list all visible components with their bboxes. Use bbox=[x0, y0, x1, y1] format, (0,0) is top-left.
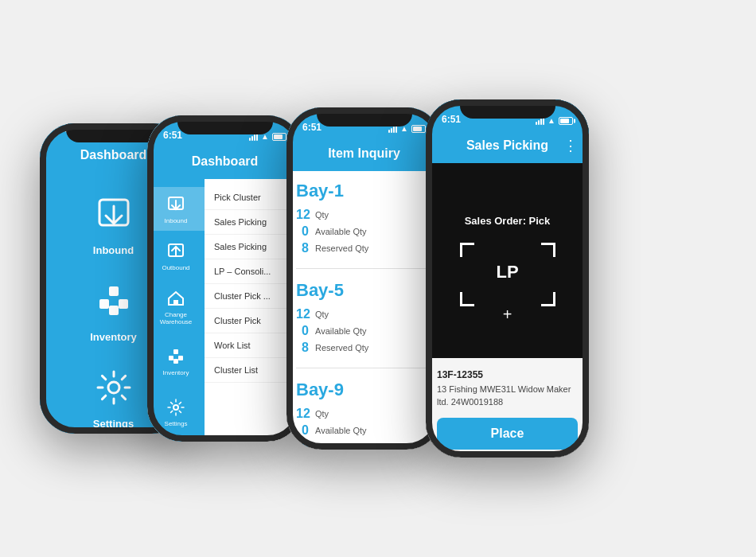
phone-2-header: Dashboard bbox=[147, 144, 302, 179]
inbound-icon bbox=[88, 189, 139, 240]
sidebar-settings-icon bbox=[165, 396, 187, 419]
bay-5-avail: 0 Available Qty bbox=[296, 324, 432, 338]
phone-3-title: Item Inquiry bbox=[328, 146, 400, 161]
svg-rect-9 bbox=[173, 349, 178, 354]
phone-4-header: Sales Picking ⋮ bbox=[426, 128, 589, 163]
phone-2-layout: Inbound Outbound bbox=[147, 179, 302, 442]
svg-rect-3 bbox=[119, 299, 128, 309]
bay-5-qty-num: 12 bbox=[296, 307, 309, 321]
phone-1-title: Dashboard bbox=[80, 148, 147, 162]
bay-9-title: Bay-9 bbox=[296, 380, 432, 400]
bay-1-avail: 0 Available Qty bbox=[296, 224, 432, 239]
bay-1-avail-label: Available Qty bbox=[315, 227, 367, 236]
bay-1-qty: 12 Qty bbox=[296, 208, 432, 222]
bay-divider-2 bbox=[296, 368, 432, 368]
battery-icon-4 bbox=[559, 117, 573, 125]
inventory-svg bbox=[95, 282, 133, 320]
phone-2-screen: 6:51 ▲ Dashboard bbox=[147, 115, 302, 442]
more-options-icon[interactable]: ⋮ bbox=[563, 137, 579, 154]
inventory-icon bbox=[88, 275, 139, 326]
bay-5-qty-label: Qty bbox=[315, 310, 329, 319]
nav-settings[interactable]: Settings bbox=[88, 362, 139, 430]
inbound-sidebar-svg bbox=[166, 195, 185, 214]
settings-icon bbox=[88, 362, 139, 413]
sidebar-warehouse-label: Change Warehouse bbox=[150, 311, 201, 325]
scanner-frame: LP + bbox=[460, 243, 555, 306]
svg-rect-2 bbox=[99, 299, 109, 309]
warehouse-svg bbox=[166, 289, 185, 308]
phones-container: 6:51 ▲ Dashboard bbox=[0, 0, 756, 557]
sidebar-outbound-icon bbox=[165, 240, 187, 263]
phone-2-title: Dashboard bbox=[192, 154, 259, 169]
sidebar-settings[interactable]: Settings bbox=[147, 390, 205, 434]
inquiry-content: Bay-1 12 Qty 0 Available Qty 8 Reserved … bbox=[286, 171, 442, 450]
sidebar-inbound[interactable]: Inbound bbox=[147, 187, 205, 231]
sidebar-inventory[interactable]: Inventory bbox=[147, 339, 205, 383]
bay-9-reserved-num: 8 bbox=[296, 440, 309, 450]
svg-point-13 bbox=[173, 405, 178, 410]
bay-1-qty-label: Qty bbox=[315, 210, 329, 220]
phone-4: 6:51 ▲ Sales Picking ⋮ bbox=[426, 99, 589, 458]
scanner-label: Sales Order: Pick bbox=[465, 215, 551, 227]
inventory-sidebar-svg bbox=[166, 347, 185, 366]
battery-icon-3 bbox=[411, 125, 426, 133]
corner-tl bbox=[460, 243, 474, 257]
svg-point-5 bbox=[108, 382, 119, 393]
phone-4-time: 6:51 bbox=[442, 114, 461, 125]
sidebar-settings-label: Settings bbox=[165, 420, 188, 427]
bay-9-avail-label: Available Qty bbox=[315, 426, 367, 435]
bay-9-qty-num: 12 bbox=[296, 407, 309, 421]
bay-1-title: Bay-1 bbox=[296, 181, 432, 201]
bay-5-qty: 12 Qty bbox=[296, 307, 432, 321]
scanner-lp-text: LP bbox=[496, 263, 518, 283]
sidebar-inventory-icon bbox=[165, 345, 187, 368]
sidebar-warehouse-icon bbox=[165, 287, 187, 310]
phone-3-notch bbox=[317, 107, 412, 127]
phone-4-notch bbox=[460, 99, 555, 119]
corner-br bbox=[541, 292, 555, 306]
bay-9-avail: 0 Available Qty bbox=[296, 423, 432, 438]
phone-4-title: Sales Picking bbox=[466, 138, 548, 153]
phone-2: 6:51 ▲ Dashboard bbox=[147, 115, 302, 442]
bay-1-reserved-label: Reserved Qty bbox=[315, 243, 368, 253]
bay-1-reserved: 8 Reserved Qty bbox=[296, 241, 432, 255]
bay-9-qty: 12 Qty bbox=[296, 407, 432, 421]
bay-5-reserved: 8 Reserved Qty bbox=[296, 341, 432, 355]
nav-inventory[interactable]: Inventory bbox=[88, 275, 139, 343]
svg-rect-8 bbox=[173, 300, 178, 305]
inbound-svg bbox=[95, 195, 133, 233]
bay-9-reserved: 8 Reserved Qty bbox=[296, 440, 432, 450]
bay-9-reserved-label: Reserved Qty bbox=[315, 442, 368, 450]
bay-5-reserved-label: Reserved Qty bbox=[315, 343, 368, 353]
bay-5-avail-label: Available Qty bbox=[315, 326, 367, 336]
sidebar-change-warehouse[interactable]: Change Warehouse bbox=[147, 281, 205, 332]
bay-5-avail-num: 0 bbox=[296, 324, 309, 338]
phone-3-screen: 6:51 ▲ Item Inquiry bbox=[286, 107, 442, 450]
place-button[interactable]: Place bbox=[437, 418, 578, 450]
settings-sidebar-svg bbox=[166, 398, 185, 417]
bay-1-reserved-num: 8 bbox=[296, 241, 309, 255]
bay-1-avail-num: 0 bbox=[296, 224, 309, 239]
phone-3-time: 6:51 bbox=[302, 122, 321, 133]
sidebar-inventory-label: Inventory bbox=[163, 369, 189, 376]
svg-rect-11 bbox=[178, 356, 183, 360]
bay-5-section: Bay-5 12 Qty 0 Available Qty 8 Reserved … bbox=[296, 280, 432, 355]
bay-1-qty-num: 12 bbox=[296, 208, 309, 222]
info-panel: 13F-12355 13 Fishing MWE31L Widow Maker … bbox=[426, 358, 589, 458]
bay-5-reserved-num: 8 bbox=[296, 341, 309, 355]
sidebar-outbound[interactable]: Outbound bbox=[147, 234, 205, 278]
svg-rect-12 bbox=[173, 359, 178, 364]
nav-inbound[interactable]: Inbound bbox=[88, 189, 139, 256]
corner-bl bbox=[460, 292, 474, 306]
scanner-plus-icon: + bbox=[503, 306, 512, 324]
sidebar-inbound-icon bbox=[165, 193, 187, 216]
phone-3: 6:51 ▲ Item Inquiry bbox=[286, 107, 442, 450]
bay-1-section: Bay-1 12 Qty 0 Available Qty 8 Reserved … bbox=[296, 181, 432, 255]
phone-2-time: 6:51 bbox=[163, 130, 182, 141]
sidebar-inbound-label: Inbound bbox=[165, 217, 188, 224]
bay-9-qty-label: Qty bbox=[315, 409, 329, 419]
bay-divider-1 bbox=[296, 268, 432, 269]
corner-tr bbox=[541, 243, 555, 257]
svg-rect-10 bbox=[169, 356, 173, 360]
phone-4-screen: 6:51 ▲ Sales Picking ⋮ bbox=[426, 99, 589, 458]
